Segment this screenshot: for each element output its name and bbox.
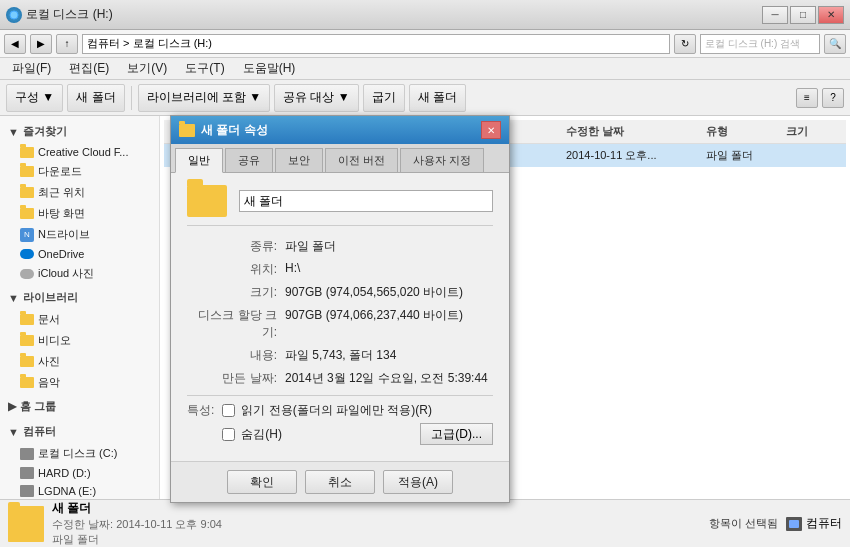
tab-customize[interactable]: 사용자 지정 <box>400 148 484 172</box>
dialog-content: 종류: 파일 폴더 위치: H:\ 크기: 907GB (974,054,565… <box>171 173 509 461</box>
prop-divider <box>187 395 493 396</box>
prop-location-value: H:\ <box>285 261 493 278</box>
prop-created-label: 만든 날짜: <box>187 370 277 387</box>
dialog-buttons: 확인 취소 적용(A) <box>171 461 509 502</box>
prop-size-label: 크기: <box>187 284 277 301</box>
dialog-title-text: 새 폴더 속성 <box>201 122 475 139</box>
folder-icon-lg <box>187 185 227 217</box>
dialog-title-bar: 새 폴더 속성 ✕ <box>171 116 509 144</box>
hidden-checkbox[interactable] <box>222 428 235 441</box>
apply-button[interactable]: 적용(A) <box>383 470 453 494</box>
tab-previous[interactable]: 이전 버전 <box>325 148 398 172</box>
prop-contents-value: 파일 5,743, 폴더 134 <box>285 347 493 364</box>
cancel-button[interactable]: 취소 <box>305 470 375 494</box>
dialog-close-button[interactable]: ✕ <box>481 121 501 139</box>
attributes-checkboxes: 읽기 전용(폴더의 파일에만 적용)(R) 숨김(H) 고급(D)... <box>222 402 493 449</box>
prop-contents-label: 내용: <box>187 347 277 364</box>
properties-grid: 종류: 파일 폴더 위치: H:\ 크기: 907GB (974,054,565… <box>187 238 493 387</box>
prop-type-label: 종류: <box>187 238 277 255</box>
readonly-row: 읽기 전용(폴더의 파일에만 적용)(R) <box>222 402 493 419</box>
dialog-overlay: 새 폴더 속성 ✕ 일반 공유 보안 이전 버전 사용자 지정 종류: 파일 폴… <box>0 0 850 547</box>
attributes-label: 특성: <box>187 402 214 419</box>
advanced-button[interactable]: 고급(D)... <box>420 423 493 445</box>
readonly-label: 읽기 전용(폴더의 파일에만 적용)(R) <box>241 402 432 419</box>
prop-created-value: 2014년 3월 12일 수요일, 오전 5:39:44 <box>285 370 493 387</box>
folder-header <box>187 185 493 226</box>
hidden-label: 숨김(H) <box>241 426 282 443</box>
tab-security[interactable]: 보안 <box>275 148 323 172</box>
ok-button[interactable]: 확인 <box>227 470 297 494</box>
tab-share[interactable]: 공유 <box>225 148 273 172</box>
dialog-tabs: 일반 공유 보안 이전 버전 사용자 지정 <box>171 144 509 173</box>
prop-disk-size-value: 907GB (974,066,237,440 바이트) <box>285 307 493 341</box>
dialog-folder-icon <box>179 124 195 137</box>
attributes-row: 특성: 읽기 전용(폴더의 파일에만 적용)(R) 숨김(H) 고급(D)... <box>187 402 493 449</box>
prop-disk-size-label: 디스크 할당 크기: <box>187 307 277 341</box>
properties-dialog: 새 폴더 속성 ✕ 일반 공유 보안 이전 버전 사용자 지정 종류: 파일 폴… <box>170 115 510 503</box>
readonly-checkbox[interactable] <box>222 404 235 417</box>
folder-name-input[interactable] <box>239 190 493 212</box>
prop-size-value: 907GB (974,054,565,020 바이트) <box>285 284 493 301</box>
prop-location-label: 위치: <box>187 261 277 278</box>
prop-type-value: 파일 폴더 <box>285 238 493 255</box>
hidden-row: 숨김(H) 고급(D)... <box>222 423 493 445</box>
tab-general[interactable]: 일반 <box>175 148 223 173</box>
